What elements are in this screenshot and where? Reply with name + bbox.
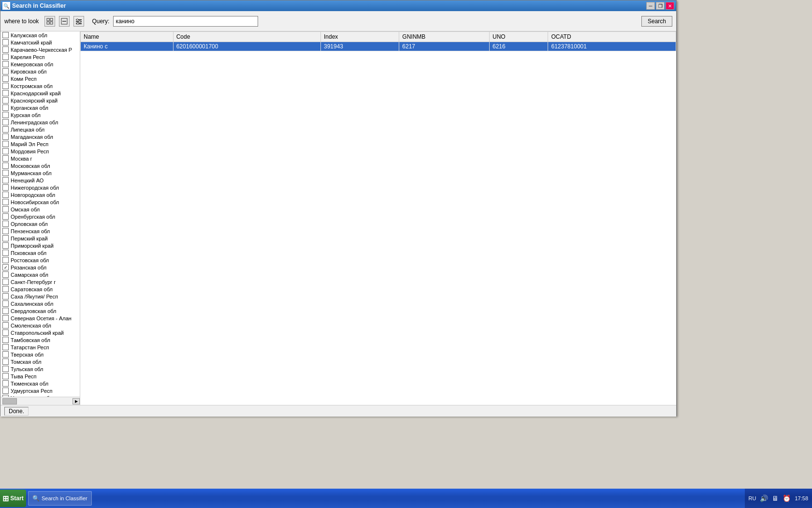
region-item[interactable]: Удмуртская Респ	[0, 387, 80, 394]
region-checkbox[interactable]	[2, 366, 9, 372]
region-item[interactable]: Камчатский край	[0, 39, 80, 46]
region-item[interactable]: Саратовская обл	[0, 285, 80, 293]
region-checkbox[interactable]	[2, 68, 9, 75]
tray-network-icon[interactable]: 🖥	[772, 494, 779, 502]
region-item[interactable]: Орловская обл	[0, 220, 80, 227]
region-item[interactable]: Татарстан Респ	[0, 344, 80, 351]
region-item[interactable]: Ненецкий АО	[0, 177, 80, 184]
region-item[interactable]: Коми Респ	[0, 75, 80, 82]
region-checkbox[interactable]	[2, 206, 9, 212]
horizontal-scrollbar[interactable]: ▶	[0, 397, 80, 405]
region-item[interactable]: Липецкая обл	[0, 126, 80, 133]
region-checkbox[interactable]	[2, 90, 9, 96]
region-item[interactable]: Тюменская обл	[0, 380, 80, 387]
region-item[interactable]: Тыва Респ	[0, 373, 80, 380]
region-checkbox[interactable]	[2, 126, 9, 133]
region-item[interactable]: Омская обл	[0, 206, 80, 213]
region-checkbox[interactable]	[2, 286, 9, 292]
region-item[interactable]: Ленинградская обл	[0, 119, 80, 126]
minimize-button[interactable]: ─	[646, 2, 655, 10]
table-row[interactable]: Канино с62016000017003919436217621661237…	[81, 42, 676, 51]
region-item[interactable]: Мордовия Респ	[0, 148, 80, 155]
region-item[interactable]: Приморский край	[0, 242, 80, 249]
region-item[interactable]: Краснодарский край	[0, 90, 80, 97]
region-item[interactable]: Костромская обл	[0, 82, 80, 90]
region-item[interactable]: Марий Эл Респ	[0, 140, 80, 148]
region-item[interactable]: Красноярский край	[0, 97, 80, 104]
region-checkbox[interactable]	[2, 177, 9, 183]
deselect-all-button[interactable]	[59, 16, 70, 27]
region-checkbox[interactable]	[2, 359, 9, 365]
region-checkbox[interactable]	[2, 322, 9, 329]
region-checkbox[interactable]	[2, 250, 9, 256]
region-checkbox[interactable]	[2, 228, 9, 234]
region-checkbox[interactable]	[2, 293, 9, 299]
select-all-button[interactable]	[44, 16, 55, 27]
region-item[interactable]: Кемеровская обл	[0, 60, 80, 68]
region-checkbox[interactable]	[2, 271, 9, 278]
region-checkbox[interactable]	[2, 235, 9, 241]
region-item[interactable]: Курская обл	[0, 111, 80, 119]
region-item[interactable]: Псковская обл	[0, 249, 80, 256]
region-checkbox[interactable]	[2, 163, 9, 169]
region-item[interactable]: Самарская обл	[0, 271, 80, 278]
region-item[interactable]: Сахалинская обл	[0, 300, 80, 307]
region-item[interactable]: Москва г	[0, 155, 80, 162]
region-checkbox[interactable]	[2, 148, 9, 154]
region-item[interactable]: Курганская обл	[0, 104, 80, 111]
region-item[interactable]: Пензенская обл	[0, 227, 80, 235]
region-checkbox[interactable]	[2, 373, 9, 379]
regions-list[interactable]: Калужская облКамчатский крайКарачаево-Че…	[0, 31, 80, 397]
region-item[interactable]: Тамбовская обл	[0, 336, 80, 344]
taskbar-item-app[interactable]: 🔍 Search in Classifier	[28, 491, 92, 506]
region-item[interactable]: Свердловская обл	[0, 307, 80, 314]
region-item[interactable]: Кировская обл	[0, 68, 80, 75]
region-checkbox[interactable]	[2, 221, 9, 227]
region-item[interactable]: Калужская обл	[0, 31, 80, 39]
table-column-header[interactable]: GNINMB	[399, 32, 490, 42]
region-item[interactable]: Оренбургская обл	[0, 213, 80, 220]
region-item[interactable]: Мурманская обл	[0, 169, 80, 177]
table-column-header[interactable]: OCATD	[548, 32, 676, 42]
region-item[interactable]: Карелия Респ	[0, 53, 80, 60]
region-item[interactable]: Нижегородская обл	[0, 184, 80, 191]
region-item[interactable]: Тверская обл	[0, 351, 80, 358]
region-item[interactable]: Магаданская обл	[0, 133, 80, 140]
region-checkbox[interactable]	[2, 199, 9, 205]
region-checkbox[interactable]	[2, 105, 9, 111]
region-checkbox[interactable]	[2, 279, 9, 285]
close-button[interactable]: ✕	[666, 2, 674, 10]
region-item[interactable]: Ставропольский край	[0, 329, 80, 336]
search-button[interactable]: Search	[641, 16, 672, 27]
region-checkbox[interactable]	[2, 351, 9, 358]
region-checkbox[interactable]	[2, 242, 9, 249]
region-checkbox[interactable]	[2, 170, 9, 176]
region-item[interactable]: Карачаево-Черкесская Р	[0, 46, 80, 53]
region-checkbox[interactable]	[2, 39, 9, 45]
region-item[interactable]: Московская обл	[0, 162, 80, 169]
region-checkbox[interactable]	[2, 46, 9, 53]
region-item[interactable]: Смоленская обл	[0, 322, 80, 329]
region-item[interactable]: Новосибирская обл	[0, 198, 80, 206]
table-column-header[interactable]: Code	[173, 32, 320, 42]
query-input[interactable]	[113, 16, 258, 27]
region-checkbox[interactable]	[2, 192, 9, 198]
table-column-header[interactable]: Index	[320, 32, 399, 42]
restore-button[interactable]: ❐	[656, 2, 665, 10]
region-checkbox[interactable]	[2, 184, 9, 191]
region-checkbox[interactable]	[2, 380, 9, 387]
region-item[interactable]: Новгородская обл	[0, 191, 80, 198]
region-checkbox[interactable]	[2, 97, 9, 104]
region-checkbox[interactable]	[2, 112, 9, 118]
region-checkbox[interactable]: ✓	[2, 264, 9, 270]
region-checkbox[interactable]	[2, 300, 9, 307]
region-checkbox[interactable]	[2, 32, 9, 38]
region-checkbox[interactable]	[2, 213, 9, 220]
region-checkbox[interactable]	[2, 141, 9, 147]
region-checkbox[interactable]	[2, 119, 9, 125]
region-checkbox[interactable]	[2, 61, 9, 67]
region-item[interactable]: Пермский край	[0, 235, 80, 242]
region-checkbox[interactable]	[2, 388, 9, 394]
region-checkbox[interactable]	[2, 315, 9, 321]
region-item[interactable]: Тульская обл	[0, 365, 80, 373]
